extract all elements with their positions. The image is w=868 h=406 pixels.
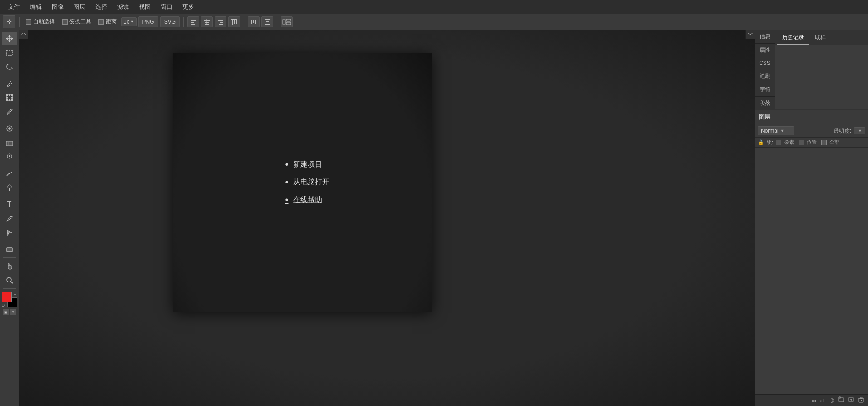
history-content: [775, 45, 868, 109]
transform-checkbox[interactable]: [62, 19, 68, 25]
png-button[interactable]: PNG: [138, 16, 158, 27]
new-project-item[interactable]: 新建项目: [285, 159, 329, 170]
adjustment-layer-icon[interactable]: ☽: [829, 397, 834, 404]
lock-pixels-label: 像素: [784, 139, 794, 146]
brush-panel-item[interactable]: 笔刷: [755, 69, 775, 83]
brush-tool-button[interactable]: [2, 77, 17, 90]
distribute-v-button[interactable]: [261, 16, 273, 27]
layer-effect-icon[interactable]: elf: [819, 398, 825, 403]
dodge-tool-button[interactable]: [2, 181, 17, 194]
open-from-computer-item[interactable]: 从电脑打开: [285, 177, 329, 188]
eyedropper-tool-button[interactable]: [2, 105, 17, 119]
transform-tool-button[interactable]: [2, 91, 17, 104]
align-center-button[interactable]: [201, 16, 213, 27]
blend-mode-arrow: ▼: [780, 129, 785, 133]
menu-item-more[interactable]: 更多: [178, 1, 199, 13]
svg-point-40: [9, 155, 10, 157]
panel-collapse-right-button[interactable]: ><: [745, 30, 755, 39]
lock-position-checkbox[interactable]: [799, 140, 804, 145]
lock-all-checkbox[interactable]: [821, 140, 827, 145]
transform-tool-item[interactable]: 变换工具: [59, 17, 94, 26]
canvas-document[interactable]: 新建项目 从电脑打开 在线帮助: [173, 53, 432, 312]
quick-mask-icon[interactable]: ▣: [3, 309, 9, 315]
lock-position-label: 位置: [807, 139, 817, 146]
menu-item-layer[interactable]: 图层: [69, 1, 90, 13]
sample-tab[interactable]: 取样: [809, 31, 831, 45]
swap-colors-icon[interactable]: ↔: [13, 292, 17, 297]
right-panel-header: 信息 属性 CSS 笔刷 字符 段落 历史记录 取样: [755, 30, 868, 110]
align-right-button[interactable]: [215, 16, 226, 27]
distance-item[interactable]: 距离: [96, 17, 119, 26]
tool-separator-1: [3, 75, 16, 75]
pen-tool-button[interactable]: [2, 212, 17, 225]
reset-colors-icon[interactable]: D: [2, 303, 5, 307]
svg-point-44: [7, 277, 11, 282]
svg-rect-1: [191, 22, 194, 23]
history-tab[interactable]: 历史记录: [777, 31, 809, 45]
panel-collapse-left-button[interactable]: <>: [19, 30, 28, 39]
svg-rect-27: [6, 94, 8, 96]
toolbar-separator-1: [19, 17, 20, 27]
properties-panel-item[interactable]: 属性: [755, 44, 775, 57]
smudge-tool-button[interactable]: [2, 167, 17, 180]
svg-line-45: [11, 282, 13, 283]
svg-rect-21: [265, 24, 270, 25]
distribute-h-button[interactable]: [248, 16, 260, 27]
paragraph-panel-item[interactable]: 段落: [755, 97, 775, 110]
opacity-dropdown[interactable]: ▼: [854, 127, 865, 134]
svg-rect-30: [6, 97, 8, 99]
svg-rect-22: [283, 19, 285, 25]
info-panel-item[interactable]: 信息: [755, 30, 775, 44]
foreground-color-swatch[interactable]: [2, 292, 12, 302]
heal-tool-button[interactable]: [2, 122, 17, 135]
scale-dropdown[interactable]: 1x ▼: [121, 17, 137, 26]
menu-item-filter[interactable]: 滤镜: [113, 1, 133, 13]
zoom-tool-button[interactable]: [2, 273, 17, 287]
hand-tool-button[interactable]: [2, 259, 17, 273]
align-left-button[interactable]: [187, 16, 199, 27]
new-project-label: 新建项目: [293, 160, 322, 169]
auto-select-label: 自动选择: [33, 18, 55, 25]
svg-button[interactable]: SVG: [160, 16, 180, 27]
blend-mode-dropdown[interactable]: Normal ▼: [758, 126, 794, 135]
menu-item-edit[interactable]: 编辑: [25, 1, 46, 13]
lock-pixels-checkbox[interactable]: [776, 140, 781, 145]
screen-mode-icon[interactable]: D: [10, 309, 16, 315]
svg-rect-0: [191, 20, 196, 21]
online-help-item[interactable]: 在线帮助: [285, 195, 329, 205]
new-layer-icon[interactable]: [848, 396, 854, 404]
svg-rect-25: [6, 50, 13, 55]
svg-rect-10: [219, 24, 223, 25]
auto-select-checkbox[interactable]: [26, 19, 31, 25]
delete-layer-icon[interactable]: [858, 396, 864, 404]
toolbar-move-icon[interactable]: ✛: [3, 15, 15, 28]
auto-select-item[interactable]: 自动选择: [23, 17, 58, 26]
new-group-icon[interactable]: [838, 396, 844, 404]
canvas-area[interactable]: <> >< 新建项目 从电脑打开 在线帮助: [19, 30, 755, 406]
align-top-button[interactable]: [228, 16, 240, 27]
arrange-button[interactable]: [281, 16, 293, 27]
scale-chevron: ▼: [130, 20, 134, 24]
character-panel-item[interactable]: 字符: [755, 83, 775, 97]
menu-item-view[interactable]: 视图: [134, 1, 155, 13]
path-select-button[interactable]: [2, 226, 17, 239]
text-tool-button[interactable]: T: [2, 198, 17, 211]
svg-rect-7: [206, 19, 207, 25]
lasso-tool-button[interactable]: [2, 60, 17, 74]
tool-separator-2: [3, 120, 16, 120]
eraser-tool-button[interactable]: [2, 136, 17, 149]
menu-item-select[interactable]: 选择: [91, 1, 112, 13]
move-tool-button[interactable]: [2, 32, 17, 45]
menu-item-file[interactable]: 文件: [4, 1, 25, 13]
distance-label: 距离: [106, 18, 117, 25]
stamp-tool-button[interactable]: [2, 150, 17, 163]
link-layers-icon[interactable]: ∞: [811, 397, 816, 404]
distance-checkbox[interactable]: [98, 19, 104, 25]
css-panel-item[interactable]: CSS: [755, 57, 775, 69]
menu-item-window[interactable]: 窗口: [156, 1, 177, 13]
toolbox: T D ↔: [0, 30, 19, 406]
svg-rect-9: [220, 22, 223, 23]
menu-item-image[interactable]: 图像: [47, 1, 68, 13]
rectangle-tool-button[interactable]: [2, 243, 17, 256]
marquee-tool-button[interactable]: [2, 46, 17, 59]
